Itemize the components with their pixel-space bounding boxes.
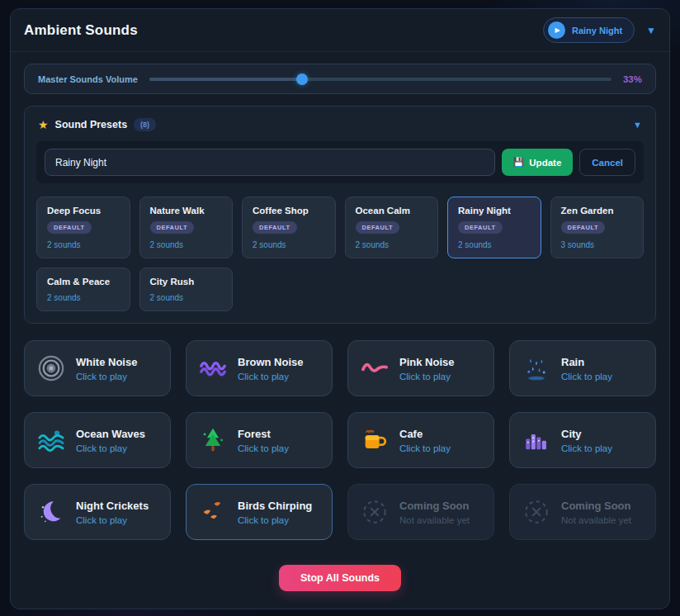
preset-card-coffee-shop[interactable]: Coffee ShopDEFAULT2 sounds: [242, 197, 336, 258]
ambient-sounds-panel: Ambient Sounds ▶ Rainy Night ▼ Master So…: [10, 8, 670, 609]
sound-card-texts: Brown NoiseClick to play: [238, 356, 303, 381]
sound-name: Brown Noise: [238, 356, 303, 368]
coming-soon-icon: [522, 497, 551, 527]
preset-card-city-rush[interactable]: City Rush2 sounds: [139, 268, 234, 311]
sound-subtitle: Click to play: [399, 372, 454, 381]
sound-subtitle: Click to play: [399, 443, 451, 453]
preset-sound-count: 2 sounds: [356, 240, 428, 249]
white-noise-icon: [36, 353, 66, 383]
star-icon: ★: [38, 118, 49, 131]
preset-card-deep-focus[interactable]: Deep FocusDEFAULT2 sounds: [36, 197, 130, 258]
rain-icon: [522, 353, 551, 383]
preset-sound-count: 3 sounds: [561, 240, 634, 249]
sound-subtitle: Click to play: [238, 372, 303, 381]
sound-card-texts: ForestClick to play: [238, 428, 289, 453]
active-preset-pill-button[interactable]: ▶ Rainy Night: [543, 17, 635, 43]
sound-card-texts: Pink NoiseClick to play: [399, 356, 454, 381]
sound-card-cafe[interactable]: CafeClick to play: [347, 412, 494, 468]
page-title: Ambient Sounds: [24, 22, 138, 39]
sound-card-texts: CityClick to play: [561, 428, 612, 453]
sound-subtitle: Click to play: [238, 443, 289, 453]
sound-card-texts: White NoiseClick to play: [76, 356, 137, 381]
update-preset-button[interactable]: 💾 Update: [502, 149, 574, 176]
sound-card-white-noise[interactable]: White NoiseClick to play: [24, 340, 171, 396]
sound-subtitle: Click to play: [561, 372, 612, 381]
slider-thumb[interactable]: [296, 73, 308, 85]
cafe-icon: [360, 425, 390, 455]
preset-name: Ocean Calm: [356, 206, 428, 216]
sound-grid: White NoiseClick to playBrown NoiseClick…: [24, 340, 656, 540]
sound-card-pink-noise[interactable]: Pink NoiseClick to play: [347, 340, 494, 396]
sound-card-coming-soon: Coming SoonNot available yet: [509, 484, 656, 540]
sound-card-texts: Ocean WavesClick to play: [76, 428, 145, 453]
sound-card-forest[interactable]: ForestClick to play: [186, 412, 333, 468]
active-preset-label: Rainy Night: [572, 26, 622, 36]
preset-card-rainy-night[interactable]: Rainy NightDEFAULT2 sounds: [447, 197, 541, 258]
preset-name: City Rush: [150, 277, 223, 287]
preset-sound-count: 2 sounds: [150, 240, 223, 249]
default-badge: DEFAULT: [150, 221, 195, 234]
update-label: Update: [529, 158, 561, 168]
sound-name: Coming Soon: [399, 500, 470, 512]
sound-card-night-crickets[interactable]: Night CricketsClick to play: [24, 484, 171, 540]
sound-presets-section: ★ Sound Presets (8) ▼ 💾 Update Cancel De…: [24, 106, 656, 324]
presets-count-badge: (8): [134, 118, 156, 131]
preset-card-ocean-calm[interactable]: Ocean CalmDEFAULT2 sounds: [345, 197, 439, 258]
master-volume-slider[interactable]: [149, 73, 612, 85]
stop-row: Stop All Sounds: [11, 565, 669, 591]
master-volume-label: Master Sounds Volume: [38, 74, 138, 84]
sound-card-ocean-waves[interactable]: Ocean WavesClick to play: [24, 412, 171, 468]
sound-name: Ocean Waves: [76, 428, 145, 440]
master-volume-row: Master Sounds Volume 33%: [24, 64, 656, 94]
sound-name: Cafe: [399, 428, 451, 440]
preset-sound-count: 2 sounds: [47, 293, 120, 302]
sound-name: Forest: [238, 428, 289, 440]
birds-chirping-icon: [198, 497, 228, 527]
play-icon: ▶: [548, 21, 565, 39]
preset-card-calm-peace[interactable]: Calm & Peace2 sounds: [36, 268, 130, 311]
default-badge: DEFAULT: [458, 221, 503, 234]
sound-subtitle: Click to play: [76, 443, 145, 453]
sound-card-rain[interactable]: RainClick to play: [509, 340, 656, 396]
sound-card-texts: RainClick to play: [561, 356, 612, 381]
master-volume-value: 33%: [623, 74, 642, 84]
preset-name: Coffee Shop: [253, 206, 325, 216]
slider-track: [149, 78, 612, 81]
preset-card-zen-garden[interactable]: Zen GardenDEFAULT3 sounds: [550, 197, 645, 258]
preset-card-nature-walk[interactable]: Nature WalkDEFAULT2 sounds: [139, 197, 234, 258]
default-badge: DEFAULT: [47, 221, 92, 234]
preset-name: Zen Garden: [561, 206, 634, 216]
sound-name: Coming Soon: [561, 500, 631, 512]
sound-name: Pink Noise: [399, 356, 454, 368]
preset-name-input[interactable]: [45, 149, 495, 176]
sound-card-city[interactable]: CityClick to play: [509, 412, 656, 468]
default-badge: DEFAULT: [253, 221, 297, 234]
preset-name: Deep Focus: [47, 206, 120, 216]
sound-card-texts: Coming SoonNot available yet: [561, 500, 631, 525]
default-badge: DEFAULT: [356, 221, 400, 234]
preset-sound-count: 2 sounds: [47, 240, 120, 249]
default-badge: DEFAULT: [561, 221, 606, 234]
collapse-presets-chevron-icon[interactable]: ▼: [633, 121, 642, 130]
sound-card-birds-chirping[interactable]: Birds ChirpingClick to play: [186, 484, 333, 540]
sound-subtitle: Click to play: [561, 443, 612, 453]
sound-name: Rain: [561, 356, 612, 368]
sound-card-coming-soon: Coming SoonNot available yet: [347, 484, 494, 540]
stop-all-sounds-button[interactable]: Stop All Sounds: [279, 565, 401, 591]
preset-sound-count: 2 sounds: [150, 293, 223, 302]
forest-icon: [198, 425, 228, 455]
city-icon: [522, 425, 551, 455]
sound-card-texts: Coming SoonNot available yet: [399, 500, 470, 525]
preset-name: Calm & Peace: [47, 277, 120, 287]
sound-subtitle: Click to play: [76, 515, 149, 525]
sound-card-texts: Birds ChirpingClick to play: [238, 500, 312, 525]
sound-card-texts: Night CricketsClick to play: [76, 500, 149, 525]
sound-card-brown-noise[interactable]: Brown NoiseClick to play: [186, 340, 333, 396]
brown-noise-icon: [198, 353, 228, 383]
cancel-button[interactable]: Cancel: [579, 149, 635, 176]
collapse-panel-chevron-icon[interactable]: ▼: [646, 26, 656, 36]
sound-subtitle: Not available yet: [399, 515, 470, 525]
header-actions: ▶ Rainy Night ▼: [543, 17, 656, 43]
preset-grid: Deep FocusDEFAULT2 soundsNature WalkDEFA…: [36, 197, 644, 311]
preset-editor: 💾 Update Cancel: [36, 141, 644, 183]
